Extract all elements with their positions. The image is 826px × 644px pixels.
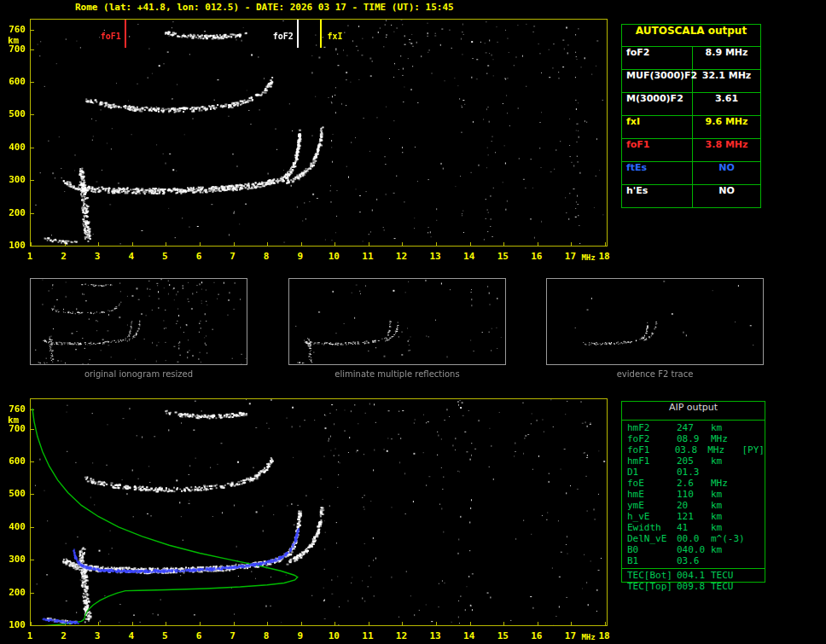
autoscala-param-value: NO [693,162,760,184]
y-axis-label: 100 [3,240,26,251]
ionogram-top-canvas [31,20,607,246]
x-axis-label: 4 [124,251,139,262]
x-axis-label: 18 [596,630,612,641]
y-axis-unit: km [8,415,19,426]
autoscala-screen: Rome (lat: +41.8, lon: 012.5) - DATE: 20… [0,0,826,644]
autoscala-param-label: MUF(3000)F2 [622,70,693,92]
aip-row-h_vE: h_vE121km [622,511,765,522]
aip-unit: km [711,511,747,522]
aip-unit: m^(-3) [711,533,747,544]
aip-row-foF1: foF103.8MHz[PY] [622,444,765,455]
marker-line-foF1 [125,20,126,48]
aip-val: 040.0 [677,544,711,555]
y-axis-label: 200 [3,587,26,598]
x-axis-label: 12 [393,630,409,641]
aip-name: hmE [622,489,677,500]
x-axis-label: 1 [22,630,38,641]
x-axis-unit: MHz [581,633,595,641]
y-axis-label: 760 [3,24,26,35]
aip-name: D1 [622,467,677,478]
aip-row-TEC[Top]: TEC[Top]009.8TECU [622,581,763,593]
y-axis-label: 300 [3,554,26,565]
y-axis-label: 400 [3,521,26,532]
aip-val: 03.6 [677,555,711,566]
aip-val: 20 [677,500,711,511]
autoscala-param-value: NO [693,185,760,207]
y-axis-label: 760 [3,403,26,415]
aip-note [747,422,765,433]
aip-unit: km [711,500,747,511]
x-axis-label: 14 [462,251,477,262]
x-axis-label: 2 [56,251,72,262]
aip-row-ymE: ymE20km [622,500,765,511]
aip-name: TEC[Top] [622,581,677,593]
autoscala-param-label: foF1 [622,139,693,161]
autoscala-row-M(3000)F2: M(3000)F23.61 [622,93,760,116]
aip-row-B1: B103.6 [622,555,765,566]
x-axis-label: 2 [56,630,72,641]
thumbnail-eliminate-canvas [288,278,506,365]
x-axis-label: 11 [360,251,375,262]
aip-row-hmF1: hmF1205km [622,455,765,467]
aip-note [747,569,765,582]
ionogram-top-plot: foF1foF2fxI [30,19,608,247]
aip-row-hmF2: hmF2247km [622,422,765,433]
aip-unit: MHz [711,478,747,489]
x-axis-label: 8 [259,630,274,641]
autoscala-row-foF1: foF13.8 MHz [622,139,760,162]
autoscala-param-value: 3.8 MHz [693,139,760,161]
x-axis-label: 11 [360,630,375,641]
autoscala-table-header: AUTOSCALA output [622,25,760,47]
aip-name: Ewidth [622,522,677,533]
autoscala-output-table: AUTOSCALA output foF28.9 MHzMUF(3000)F23… [621,24,761,208]
aip-note [747,500,765,511]
autoscala-param-value: 9.6 MHz [693,116,760,138]
autoscala-param-value: 32.1 MHz [693,70,760,92]
autoscala-table-rows: foF28.9 MHzMUF(3000)F232.1 MHzM(3000)F23… [622,47,760,207]
aip-unit: km [711,489,747,500]
aip-note [747,533,765,544]
aip-name: hmF1 [622,455,677,467]
autoscala-param-label: M(3000)F2 [622,93,693,115]
autoscala-row-MUF(3000)F2: MUF(3000)F232.1 MHz [622,70,760,93]
thumbnail-caption: original ionogram resized [30,369,247,379]
aip-val: 247 [677,422,711,433]
aip-val: 03.8 [675,444,707,455]
aip-unit: km [711,455,747,467]
ionogram-bottom-canvas [31,399,607,625]
aip-name: hmF2 [622,422,677,433]
x-axis-label: 6 [191,251,206,262]
x-axis-label: 5 [157,251,172,262]
marker-label-foF1: foF1 [100,32,122,41]
x-axis-label: 3 [90,630,105,641]
aip-name: DelN_vE [622,533,677,544]
x-axis-label: 5 [157,630,172,641]
aip-table-rows: hmF2247kmfoF208.9MHzfoF103.8MHz[PY]hmF12… [622,421,765,582]
autoscala-param-value: 8.9 MHz [693,47,760,69]
x-axis-label: 9 [293,251,308,262]
aip-output-table: AIP output hmF2247kmfoF208.9MHzfoF103.8M… [621,401,765,583]
x-axis-label: 10 [326,630,341,641]
marker-label-foF2: foF2 [272,32,294,41]
aip-note [747,489,765,500]
aip-note [747,522,765,533]
aip-note: [PY] [742,444,765,455]
y-axis-label: 600 [3,455,26,467]
x-axis-label: 1 [22,251,38,262]
ionogram-bottom-plot [30,398,608,626]
y-axis-label: 500 [3,108,26,119]
aip-val: 121 [677,511,711,522]
aip-unit: km [711,544,747,555]
autoscala-row-foF2: foF28.9 MHz [622,47,760,70]
x-axis-label: 14 [462,630,477,641]
x-axis-label: 15 [495,630,510,641]
thumbnail-caption: evidence F2 trace [546,369,764,379]
aip-note [747,478,765,489]
aip-unit: km [711,422,747,433]
autoscala-row-fxI: fxI9.6 MHz [622,116,760,139]
autoscala-param-label: ftEs [622,162,693,184]
aip-unit: MHz [707,444,742,455]
aip-row-foF2: foF208.9MHz [622,433,765,444]
marker-line-foF2 [297,20,299,48]
aip-val: 08.9 [677,433,711,444]
